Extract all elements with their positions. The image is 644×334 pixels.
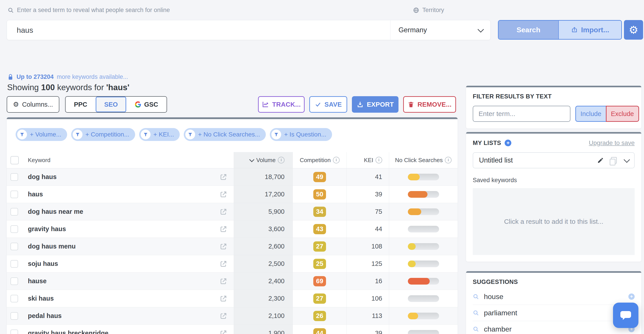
external-link-icon[interactable] <box>220 329 228 334</box>
external-link-icon[interactable] <box>220 190 228 198</box>
suggestion-item[interactable]: parliament + <box>473 305 635 321</box>
filter-chip[interactable]: + Volume... <box>16 128 67 141</box>
external-link-icon[interactable] <box>220 312 228 320</box>
external-link-icon[interactable] <box>220 208 228 216</box>
table-row[interactable]: ski haus 2,300 27 106 <box>7 290 458 307</box>
upsell-banner[interactable]: Up to 273204 more keywords available... <box>8 73 128 80</box>
filter-chip[interactable]: + Competition... <box>71 128 135 141</box>
kei-cell: 41 <box>346 168 389 185</box>
external-link-icon[interactable] <box>220 225 228 233</box>
territory-select[interactable]: Germany <box>390 20 490 40</box>
add-list-button[interactable]: + <box>505 140 511 146</box>
row-checkbox[interactable] <box>10 225 18 233</box>
select-all-checkbox[interactable] <box>10 156 19 164</box>
keyword-cell[interactable]: haus <box>28 191 43 198</box>
row-checkbox[interactable] <box>10 260 18 268</box>
table-row[interactable]: gravity haus breckenridge 1,900 44 39 <box>7 325 458 334</box>
external-link-icon[interactable] <box>220 277 228 285</box>
include-button[interactable]: Include <box>575 106 606 122</box>
keyword-cell[interactable]: dog haus near me <box>28 208 83 215</box>
copy-icon[interactable] <box>611 157 617 164</box>
exclude-button[interactable]: Exclude <box>606 106 639 122</box>
table-row[interactable]: dog haus near me 5,900 34 75 <box>7 203 458 220</box>
table-row[interactable]: haus 17,200 50 39 <box>7 186 458 203</box>
tab-gsc[interactable]: GSC <box>126 97 166 112</box>
download-icon <box>356 101 364 108</box>
filter-chip[interactable]: + KEI... <box>139 128 180 141</box>
external-link-icon[interactable] <box>220 260 228 268</box>
keyword-cell[interactable]: ski haus <box>28 295 54 302</box>
chevron-down-icon[interactable] <box>624 157 630 163</box>
table-row[interactable]: pedal haus 2,100 26 113 <box>7 307 458 325</box>
chat-launcher-button[interactable] <box>613 303 638 328</box>
col-no-click[interactable]: No Click Searches i <box>389 152 458 168</box>
kei-cell: 39 <box>346 186 389 203</box>
row-checkbox[interactable] <box>10 243 18 250</box>
keyword-cell[interactable]: dog haus <box>28 173 57 180</box>
competition-badge: 69 <box>313 276 326 286</box>
tab-seo[interactable]: SEO <box>96 97 126 112</box>
keyword-cell[interactable]: pedal haus <box>28 312 62 320</box>
tab-ppc[interactable]: PPC <box>66 97 96 112</box>
info-icon[interactable]: i <box>333 157 340 164</box>
add-suggestion-button[interactable]: + <box>628 294 635 300</box>
row-checkbox[interactable] <box>10 295 18 302</box>
row-checkbox[interactable] <box>10 208 18 215</box>
track-button[interactable]: TRACK... <box>258 96 304 113</box>
kei-cell: 75 <box>346 203 389 220</box>
keyword-cell[interactable]: gravity haus <box>28 225 66 233</box>
col-volume-sort[interactable]: Volume i <box>234 152 292 168</box>
row-checkbox[interactable] <box>10 173 18 181</box>
import-button[interactable]: Import... <box>558 21 621 39</box>
info-icon[interactable]: i <box>278 157 284 164</box>
external-link-icon[interactable] <box>220 173 228 181</box>
table-body: dog haus 18,700 49 41 haus 17,200 50 39 … <box>7 168 458 334</box>
col-competition[interactable]: Competition i <box>292 152 346 168</box>
no-click-bar <box>408 330 439 334</box>
settings-button[interactable]: ⚙ <box>624 20 643 40</box>
include-exclude-toggle: Include Exclude <box>575 106 639 122</box>
filter-chip[interactable]: + Is Question... <box>270 128 332 141</box>
columns-button[interactable]: ⚙ Columns... <box>7 96 59 113</box>
list-selector[interactable]: Untitled list <box>473 152 635 168</box>
row-checkbox[interactable] <box>10 191 18 198</box>
filter-term-input[interactable] <box>473 106 570 122</box>
keyword-cell[interactable]: dog haus menu <box>28 243 76 250</box>
keyword-cell[interactable]: gravity haus breckenridge <box>28 330 108 334</box>
table-row[interactable]: hause 2,400 69 16 <box>7 273 458 290</box>
upload-icon <box>571 26 578 33</box>
row-checkbox[interactable] <box>10 277 18 285</box>
row-checkbox[interactable] <box>10 312 18 320</box>
external-link-icon[interactable] <box>220 242 228 251</box>
seed-search-container: Germany <box>7 20 490 40</box>
territory-value: Germany <box>398 26 427 34</box>
save-button[interactable]: SAVE <box>309 96 347 113</box>
my-lists-panel: MY LISTS + Upgrade to save Untitled list… <box>466 132 641 262</box>
table-row[interactable]: gravity haus 3,600 43 44 <box>7 220 458 238</box>
keyword-cell[interactable]: soju haus <box>28 260 58 267</box>
suggestion-item[interactable]: house + <box>473 289 635 305</box>
search-button[interactable]: Search <box>498 21 558 39</box>
kei-cell: 108 <box>346 238 389 255</box>
keyword-cell[interactable]: hause <box>28 277 46 285</box>
suggestions-list: house + parliament + chamber + <box>473 289 635 334</box>
volume-cell: 3,600 <box>234 220 292 238</box>
table-row[interactable]: dog haus 18,700 49 41 <box>7 168 458 186</box>
seed-input[interactable] <box>7 20 390 40</box>
export-button[interactable]: EXPORT <box>352 96 398 113</box>
table-row[interactable]: dog haus menu 2,600 27 108 <box>7 238 458 255</box>
col-kei[interactable]: KEI i <box>346 152 389 168</box>
filter-chip[interactable]: + No Click Searches... <box>184 128 266 141</box>
suggestion-item[interactable]: chamber + <box>473 321 635 334</box>
pencil-icon[interactable] <box>597 157 604 164</box>
remove-button[interactable]: REMOVE... <box>403 96 456 113</box>
competition-badge: 43 <box>313 224 326 234</box>
upgrade-link[interactable]: Upgrade to save <box>589 139 635 147</box>
external-link-icon[interactable] <box>220 295 228 303</box>
info-icon[interactable]: i <box>445 157 452 164</box>
table-row[interactable]: soju haus 2,500 25 125 <box>7 255 458 273</box>
competition-badge: 27 <box>313 241 326 252</box>
info-icon[interactable]: i <box>376 157 382 164</box>
row-checkbox[interactable] <box>10 330 18 334</box>
magnifier-icon <box>473 310 479 316</box>
